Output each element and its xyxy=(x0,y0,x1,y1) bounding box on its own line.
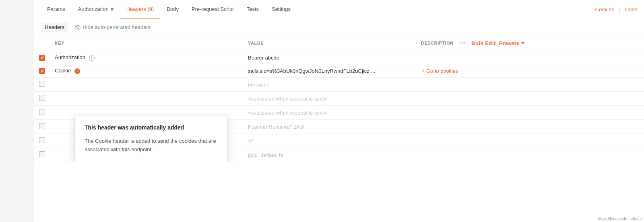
tab-tests-label: Tests xyxy=(247,6,259,12)
subtab-headers[interactable]: Headers xyxy=(41,23,68,32)
tab-settings-label: Settings xyxy=(272,6,291,12)
row-checkbox-cell xyxy=(34,148,50,162)
row-value-cell: <calculated when request is sent> xyxy=(243,92,416,106)
th-key: KEY xyxy=(50,35,243,51)
tooltip-para2: Use the cookie manager to remove the hea… xyxy=(85,160,217,162)
row-checkbox-cell xyxy=(34,106,50,120)
row-value-cell: */* xyxy=(243,134,416,148)
tab-headers-label: Headers (9) xyxy=(126,6,154,12)
row-checkbox-cell xyxy=(34,92,50,106)
row-value-cell: PostmanRuntime/7.24.0 xyxy=(243,120,416,134)
row-key: Cookie xyxy=(55,68,71,74)
code-link[interactable]: Code xyxy=(625,6,638,12)
th-value: VALUE xyxy=(243,35,416,51)
row-value-cell: Bearer abcde xyxy=(243,51,416,64)
row-key: Authorization xyxy=(55,54,85,60)
row-desc-cell xyxy=(416,92,644,106)
row-checkbox[interactable] xyxy=(39,109,45,115)
row-checkbox[interactable] xyxy=(39,95,45,101)
row-desc-cell xyxy=(416,106,644,120)
authorization-dot xyxy=(111,8,114,10)
row-value-cell: gzip, deflate, br xyxy=(243,148,416,162)
tooltip-popup: This header was automatically added The … xyxy=(74,116,227,162)
subtab-headers-label: Headers xyxy=(45,24,64,30)
row-checkbox-cell xyxy=(34,78,50,92)
table-row: <calculated when request is sent> xyxy=(34,92,644,106)
go-to-cookies-button[interactable]: ↗ Go to cookies xyxy=(421,68,639,74)
row-key-cell: Cookie i xyxy=(50,64,243,78)
th-description: DESCRIPTION ··· Bulk Edit Presets xyxy=(416,35,644,51)
row-key-cell xyxy=(50,92,243,106)
tab-bar: Params Authorization Headers (9) Body Pr… xyxy=(34,0,644,19)
row-checkbox[interactable] xyxy=(39,81,45,87)
row-desc-cell: ↗ Go to cookies xyxy=(416,64,644,78)
more-options-button[interactable]: ··· xyxy=(457,39,468,47)
tab-bar-left: Params Authorization Headers (9) Body Pr… xyxy=(41,0,595,19)
row-desc-cell xyxy=(416,148,644,162)
row-checkbox-cell xyxy=(34,134,50,148)
th-actions: DESCRIPTION ··· Bulk Edit Presets xyxy=(421,39,639,47)
table-row: Cookie i sails.sid=s%3AbUk0nQgwJoN0LnyRw… xyxy=(34,64,644,78)
row-desc-cell xyxy=(416,134,644,148)
tab-authorization-label: Authorization xyxy=(78,6,109,12)
content-area: Params Authorization Headers (9) Body Pr… xyxy=(34,0,644,222)
row-value-cell: sails.sid=s%3AbUk0nQgwJoN0LnyRwndFLb2uCj… xyxy=(243,64,416,78)
external-link-icon: ↗ xyxy=(421,68,425,74)
row-checkbox-cell xyxy=(34,51,50,64)
bulk-edit-button[interactable]: Bulk Edit xyxy=(471,40,496,46)
presets-button[interactable]: Presets xyxy=(499,40,524,46)
row-value: no-cache xyxy=(248,82,269,88)
tab-authorization[interactable]: Authorization xyxy=(72,0,120,19)
row-info-icon[interactable]: i xyxy=(74,68,80,74)
row-value: */* xyxy=(248,138,254,144)
row-checkbox-cell xyxy=(34,120,50,134)
sub-tab-bar: Headers Hide auto-generated headers xyxy=(34,19,644,35)
row-value: <calculated when request is sent> xyxy=(248,96,327,102)
tab-headers[interactable]: Headers (9) xyxy=(120,0,161,19)
tab-prerequest[interactable]: Pre-request Script xyxy=(185,0,240,19)
row-value-cell: no-cache xyxy=(243,78,416,92)
go-to-cookies-label: Go to cookies xyxy=(426,68,458,74)
tab-body-label: Body xyxy=(167,6,179,12)
tab-tests[interactable]: Tests xyxy=(240,0,265,19)
row-value: PostmanRuntime/7.24.0 xyxy=(248,124,304,130)
tab-settings[interactable]: Settings xyxy=(265,0,297,19)
row-value: <calculated when request is sent> xyxy=(248,110,327,116)
tab-body[interactable]: Body xyxy=(160,0,185,19)
table-header-row: KEY VALUE DESCRIPTION ··· Bulk Edit xyxy=(34,35,644,51)
row-key-cell xyxy=(50,78,243,92)
tab-bar-right: Cookies | Code xyxy=(595,6,638,12)
row-desc-cell xyxy=(416,51,644,64)
row-value: sails.sid=s%3AbUk0nQgwJoN0LnyRwndFLb2uCj… xyxy=(248,68,411,74)
tab-prerequest-label: Pre-request Script xyxy=(192,6,234,12)
presets-dropdown-arrow xyxy=(521,42,524,44)
hide-auto-label: Hide auto-generated headers xyxy=(83,24,151,30)
hide-auto-btn[interactable]: Hide auto-generated headers xyxy=(72,23,154,32)
headers-table-wrapper: KEY VALUE DESCRIPTION ··· Bulk Edit xyxy=(34,35,644,162)
row-desc-cell xyxy=(416,120,644,134)
left-sidebar xyxy=(0,0,34,222)
row-value: gzip, deflate, br xyxy=(248,152,284,158)
table-row: no-cache xyxy=(34,78,644,92)
row-value: Bearer abcde xyxy=(248,55,279,61)
tooltip-para1: The Cookie header is added to send the c… xyxy=(85,137,217,154)
row-checkbox[interactable] xyxy=(39,137,45,143)
row-checkbox[interactable] xyxy=(39,55,45,61)
row-checkbox[interactable] xyxy=(39,68,45,74)
row-checkbox[interactable] xyxy=(39,123,45,129)
table-row: Authorization i Bearer abcde xyxy=(34,51,644,64)
row-info-icon[interactable]: i xyxy=(89,55,95,61)
row-checkbox[interactable] xyxy=(39,151,45,157)
cookies-link[interactable]: Cookies xyxy=(595,6,614,12)
row-checkbox-cell xyxy=(34,64,50,78)
th-checkbox xyxy=(34,35,50,51)
eye-off-icon xyxy=(75,25,80,30)
row-desc-cell xyxy=(416,78,644,92)
row-key-cell: Authorization i xyxy=(50,51,243,64)
tab-params-label: Params xyxy=(47,6,65,12)
row-value-cell: <calculated when request is sent> xyxy=(243,106,416,120)
tooltip-title: This header was automatically added xyxy=(85,124,217,131)
tab-params[interactable]: Params xyxy=(41,0,72,19)
